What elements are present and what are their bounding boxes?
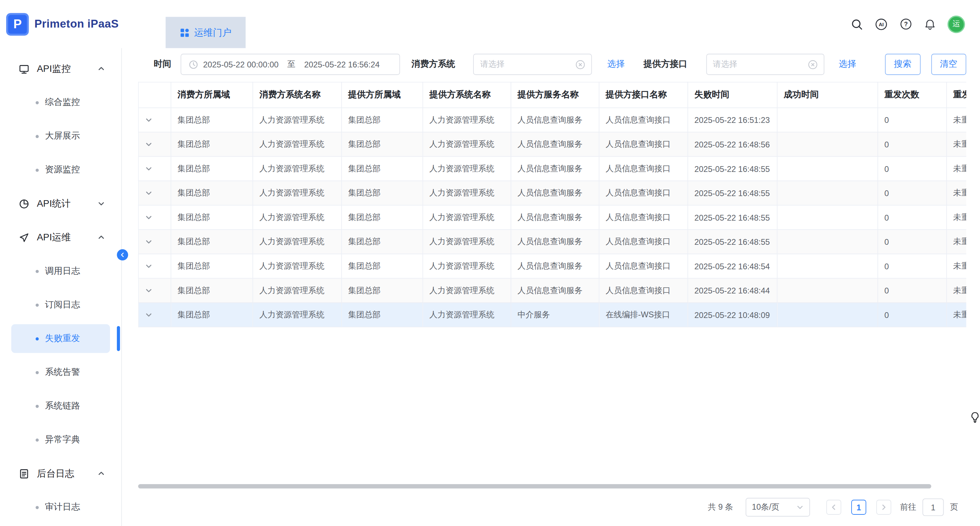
column-header: 消费方所属域 <box>171 82 253 108</box>
chevron-up-icon <box>97 234 105 241</box>
sidebar-collapse-toggle[interactable] <box>117 249 128 261</box>
expand-row-icon[interactable] <box>138 254 171 278</box>
header-actions: AI ? 运 <box>850 0 980 48</box>
expand-column-header <box>138 82 171 108</box>
expand-row-icon[interactable] <box>138 181 171 205</box>
horizontal-scrollbar-thumb[interactable] <box>138 484 931 489</box>
table-row[interactable]: 集团总部人力资源管理系统集团总部人力资源管理系统人员信息查询服务人员信息查询接口… <box>138 229 966 254</box>
provider-interface-input[interactable]: 请选择 <box>706 54 824 75</box>
sidebar-item-label: 系统链路 <box>45 400 80 412</box>
column-header: 重发状态 <box>947 82 966 108</box>
user-avatar[interactable]: 运 <box>948 15 965 33</box>
goto-page-input[interactable] <box>923 498 943 516</box>
sidebar-item-audit-logs[interactable]: 审计日志 <box>0 490 121 524</box>
table-row[interactable]: 集团总部人力资源管理系统集团总部人力资源管理系统人员信息查询服务人员信息查询接口… <box>138 108 966 132</box>
provider-select-link[interactable]: 选择 <box>838 59 856 70</box>
sidebar-group-api-monitoring[interactable]: API监控 <box>0 52 121 86</box>
column-header: 提供方所属域 <box>342 82 423 108</box>
table-cell: 0 <box>878 254 947 278</box>
sidebar-item-big-screen-display[interactable]: 大屏展示 <box>0 119 121 153</box>
sidebar-group-api-operations[interactable]: API运维 <box>0 221 121 254</box>
goto-page-label: 前往 <box>900 502 916 513</box>
send-icon <box>19 232 29 243</box>
sidebar-item-system-links[interactable]: 系统链路 <box>0 389 121 423</box>
expand-row-icon[interactable] <box>138 229 171 254</box>
tab-ops-portal[interactable]: 运维门户 <box>165 17 246 48</box>
ai-assistant-icon[interactable]: AI <box>874 17 888 31</box>
table-cell: 人员信息查询服务 <box>511 132 599 157</box>
lightbulb-widget-icon[interactable] <box>967 410 980 425</box>
table-row[interactable]: 集团总部人力资源管理系统集团总部人力资源管理系统人员信息查询服务人员信息查询接口… <box>138 157 966 181</box>
table-cell: 人力资源管理系统 <box>253 254 342 278</box>
table-cell: 人员信息查询接口 <box>599 278 688 303</box>
sidebar-item-resource-monitoring[interactable]: 资源监控 <box>0 153 121 187</box>
date-start-value: 2025-05-22 00:00:00 <box>203 60 278 69</box>
table-cell: 0 <box>878 205 947 230</box>
table-cell <box>777 278 878 303</box>
table-row[interactable]: 集团总部人力资源管理系统集团总部人力资源管理系统人员信息查询服务人员信息查询接口… <box>138 132 966 157</box>
table-cell: 集团总部 <box>342 108 423 132</box>
date-end-value: 2025-05-22 16:56:24 <box>304 60 379 69</box>
table-cell: 中介服务 <box>511 303 599 327</box>
table-cell: 人力资源管理系统 <box>423 205 511 230</box>
prev-page-button[interactable] <box>826 500 842 515</box>
sidebar-group-backend-logs[interactable]: 后台日志 <box>0 456 121 490</box>
chevron-down-icon <box>97 200 105 207</box>
expand-row-icon[interactable] <box>138 132 171 157</box>
notification-bell-icon[interactable] <box>923 17 937 31</box>
table-cell: 人力资源管理系统 <box>423 303 511 327</box>
table-cell: 2025-05-22 16:48:54 <box>688 254 777 278</box>
sidebar-group-api-statistics[interactable]: API统计 <box>0 187 121 221</box>
table-row[interactable]: 集团总部人力资源管理系统集团总部人力资源管理系统人员信息查询服务人员信息查询接口… <box>138 205 966 230</box>
page-size-select[interactable]: 10条/页 <box>746 498 810 516</box>
table-cell: 未重发 <box>947 229 966 254</box>
bullet-dot-icon <box>36 101 39 104</box>
bullet-dot-icon <box>36 371 39 374</box>
table-cell <box>777 205 878 230</box>
expand-row-icon[interactable] <box>138 157 171 181</box>
sidebar-group-label: API运维 <box>37 232 70 243</box>
table-header-row: 消费方所属域消费方系统名称提供方所属域提供方系统名称提供方服务名称提供方接口名称… <box>138 82 966 108</box>
search-button[interactable]: 搜索 <box>885 54 920 75</box>
table-cell: 人力资源管理系统 <box>253 205 342 230</box>
sidebar-item-failure-resend[interactable]: 失败重发 <box>11 324 110 353</box>
table-cell: 2025-05-22 16:48:56 <box>688 132 777 157</box>
bullet-dot-icon <box>36 270 39 273</box>
consumer-system-input[interactable]: 请选择 <box>473 54 591 75</box>
help-icon[interactable]: ? <box>899 17 912 31</box>
sidebar-item-exception-dictionary[interactable]: 异常字典 <box>0 423 121 456</box>
table-cell: 未重发 <box>947 303 966 327</box>
sidebar-item-subscription-logs[interactable]: 订阅日志 <box>0 288 121 322</box>
sidebar-item-call-logs[interactable]: 调用日志 <box>0 254 121 288</box>
consumer-select-link[interactable]: 选择 <box>607 59 625 70</box>
expand-row-icon[interactable] <box>138 303 171 327</box>
current-page-button[interactable]: 1 <box>851 500 866 515</box>
table-cell: 人员信息查询接口 <box>599 254 688 278</box>
doc-icon <box>19 468 29 479</box>
table-row[interactable]: 集团总部人力资源管理系统集团总部人力资源管理系统人员信息查询服务人员信息查询接口… <box>138 181 966 205</box>
clear-icon[interactable] <box>575 60 585 69</box>
table-cell: 集团总部 <box>342 254 423 278</box>
expand-row-icon[interactable] <box>138 205 171 230</box>
table-row[interactable]: 集团总部人力资源管理系统集团总部人力资源管理系统人员信息查询服务人员信息查询接口… <box>138 278 966 303</box>
sidebar-item-comprehensive-monitoring[interactable]: 综合监控 <box>0 86 121 119</box>
table-cell <box>777 181 878 205</box>
sidebar-item-system-alerts[interactable]: 系统告警 <box>0 356 121 389</box>
pie-icon <box>19 199 29 209</box>
page-suffix-label: 页 <box>950 502 958 513</box>
search-icon[interactable] <box>850 17 864 31</box>
expand-row-icon[interactable] <box>138 108 171 132</box>
clear-button[interactable]: 清空 <box>931 54 966 75</box>
bullet-dot-icon <box>36 404 39 407</box>
clear-icon[interactable] <box>808 60 818 69</box>
table-cell <box>777 254 878 278</box>
date-range-input[interactable]: 2025-05-22 00:00:00 至 2025-05-22 16:56:2… <box>181 54 400 75</box>
table-cell: 集团总部 <box>171 205 253 230</box>
table-cell: 集团总部 <box>171 229 253 254</box>
table-row[interactable]: 集团总部人力资源管理系统集团总部人力资源管理系统中介服务在线编排-WS接口202… <box>138 303 966 327</box>
table-cell: 人员信息查询接口 <box>599 181 688 205</box>
table-row[interactable]: 集团总部人力资源管理系统集团总部人力资源管理系统人员信息查询服务人员信息查询接口… <box>138 254 966 278</box>
sidebar-nav: API监控 综合监控 大屏展示 资源监控 API统计 API运维 <box>0 52 121 524</box>
expand-row-icon[interactable] <box>138 278 171 303</box>
next-page-button[interactable] <box>876 500 891 515</box>
